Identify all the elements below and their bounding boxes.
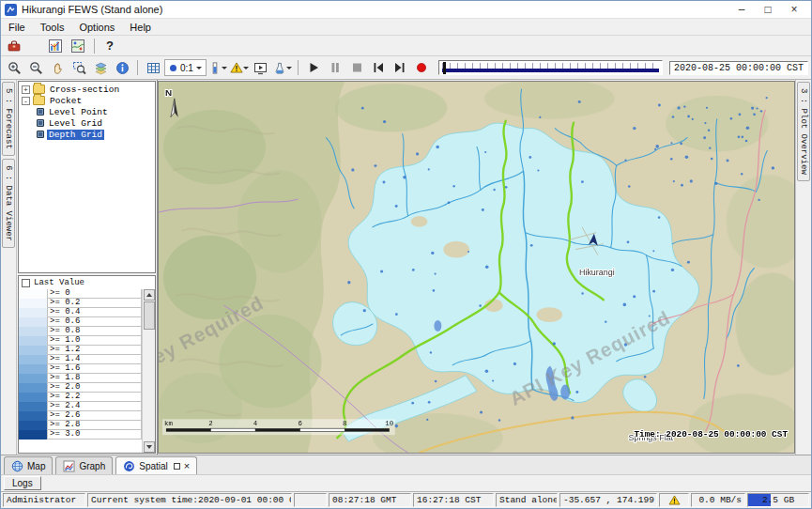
- toolbar-separator: [298, 60, 299, 75]
- tree-item-label: Level Grid: [47, 118, 104, 129]
- legend-swatch: [19, 346, 47, 355]
- pan-button[interactable]: [47, 58, 68, 77]
- scroll-up-icon[interactable]: [144, 289, 155, 301]
- tree-item-label: Pocket: [48, 96, 84, 106]
- tab-spatial[interactable]: Spatial ×: [115, 456, 197, 474]
- tree-item-pocket[interactable]: -Pocket: [19, 95, 155, 106]
- town-label: Hikurangi: [579, 268, 615, 277]
- map-scalebar: km 2 4 6 8 10: [162, 419, 395, 435]
- legend-row: >= 2.8: [19, 421, 142, 430]
- legend-swatch: [19, 421, 47, 430]
- sidetab-forecast[interactable]: 5 : Forecast: [2, 82, 15, 156]
- tab-map[interactable]: Map: [4, 456, 53, 474]
- pause-icon: [328, 60, 343, 75]
- datetime-label: 2020-08-25 00:00:00 CST: [669, 61, 808, 75]
- legend-swatch: [19, 308, 47, 317]
- animation-display-button[interactable]: [251, 58, 271, 77]
- last-value-checkbox[interactable]: [22, 279, 30, 287]
- scale-select[interactable]: 0:1: [164, 59, 207, 76]
- scroll-thumb[interactable]: [144, 301, 155, 330]
- status-warning[interactable]: [659, 493, 689, 507]
- tab-graph[interactable]: Graph: [55, 456, 113, 474]
- tree-item-depth-grid[interactable]: Depth Grid: [19, 129, 155, 140]
- left-panel: +Cross-section-PocketLevel PointLevel Gr…: [17, 80, 158, 455]
- sidetab-data-viewer[interactable]: 6 : Data Viewer: [2, 159, 15, 248]
- scalebar-tick: 10: [385, 420, 393, 427]
- toolbar-separator: [137, 60, 138, 75]
- presentation-icon: [253, 61, 268, 75]
- legend-row: >= 0.4: [19, 308, 142, 317]
- legend-swatch: [19, 393, 47, 402]
- step-forward-button[interactable]: [390, 58, 410, 77]
- help-button[interactable]: ?: [100, 37, 119, 55]
- sample-tool-button[interactable]: [272, 58, 293, 77]
- close-button[interactable]: ×: [781, 1, 807, 18]
- legend-row: >= 0.6: [19, 317, 142, 327]
- maximize-button[interactable]: □: [755, 1, 781, 18]
- toolbox-button[interactable]: [4, 37, 24, 55]
- timeseries-display-button[interactable]: [45, 37, 66, 55]
- menu-help[interactable]: Help: [122, 21, 159, 34]
- warning-icon: [230, 61, 243, 74]
- scalebar-unit: km: [164, 420, 173, 427]
- layers-button[interactable]: [90, 58, 111, 77]
- scroll-down-icon[interactable]: [144, 441, 155, 453]
- tree-item-level-grid[interactable]: Level Grid: [19, 117, 155, 129]
- tree-expander-icon[interactable]: -: [22, 97, 30, 105]
- float-tab-icon[interactable]: [174, 463, 180, 470]
- info-button[interactable]: [112, 58, 132, 77]
- spatial-display-button[interactable]: [68, 37, 88, 55]
- record-button[interactable]: [411, 58, 432, 77]
- graph-icon: [63, 460, 75, 472]
- pause-button[interactable]: [325, 58, 345, 77]
- legend-row: >= 2.2: [19, 393, 142, 402]
- tree-expander-icon[interactable]: +: [22, 85, 30, 94]
- legend-scrollbar[interactable]: [142, 289, 155, 453]
- legend-row: >= 0: [19, 289, 142, 299]
- legend-row: >= 1.2: [19, 346, 142, 355]
- menu-file[interactable]: File: [1, 21, 33, 34]
- legend-row: >= 1.0: [19, 336, 142, 346]
- timeline-track: [442, 69, 659, 72]
- zoom-region-icon: [72, 61, 86, 75]
- legend-swatch: [19, 327, 47, 336]
- record-icon: [414, 60, 429, 75]
- menu-tools[interactable]: Tools: [33, 21, 72, 34]
- main-toolbar: ?: [1, 36, 811, 56]
- zoom-out-button[interactable]: [25, 58, 46, 77]
- logs-button[interactable]: Logs: [4, 476, 41, 490]
- grid-display-button[interactable]: [143, 58, 163, 77]
- timeline-thumb[interactable]: [443, 62, 446, 74]
- pan-hand-icon: [51, 61, 65, 75]
- status-spacer: [294, 493, 327, 507]
- legend-row: >= 3.0: [19, 430, 142, 440]
- timeline-slider[interactable]: [438, 60, 663, 75]
- legend-swatch: [19, 430, 47, 440]
- stop-button[interactable]: [346, 58, 367, 77]
- north-label: N: [165, 87, 172, 98]
- scalebar-tick: 2: [208, 420, 212, 427]
- menubar: File Tools Options Help: [1, 19, 811, 36]
- toolbar-separator: [94, 39, 95, 54]
- layer-icon: [37, 119, 44, 127]
- tree-item-level-point[interactable]: Level Point: [19, 106, 155, 117]
- zoom-in-button[interactable]: [4, 58, 24, 77]
- legend-swatch: [19, 402, 47, 411]
- play-button[interactable]: [303, 58, 324, 77]
- gauge-button[interactable]: [207, 58, 228, 77]
- status-warning-icon: [668, 495, 681, 505]
- stop-icon: [349, 60, 364, 75]
- minimize-button[interactable]: –: [728, 1, 755, 18]
- legend-row: >= 2.0: [19, 383, 142, 393]
- status-system-time: Current system time:2020-09-01 00:00 CST: [87, 493, 292, 507]
- window-controls: – □ ×: [728, 1, 807, 18]
- step-back-button[interactable]: [368, 58, 389, 77]
- thresholds-button[interactable]: [229, 58, 250, 77]
- map-canvas[interactable]: N API Key Required API Key Required Hiku…: [159, 82, 794, 453]
- sidetab-plot-overview[interactable]: 3 : Plot Overview: [797, 82, 810, 181]
- memory-label: 2.5 GB: [762, 495, 794, 505]
- zoom-region-button[interactable]: [69, 58, 89, 77]
- close-tab-icon[interactable]: ×: [184, 461, 190, 470]
- menu-options[interactable]: Options: [71, 21, 122, 34]
- titlebar: Hikurangi FEWS (Stand alone) – □ ×: [1, 1, 811, 19]
